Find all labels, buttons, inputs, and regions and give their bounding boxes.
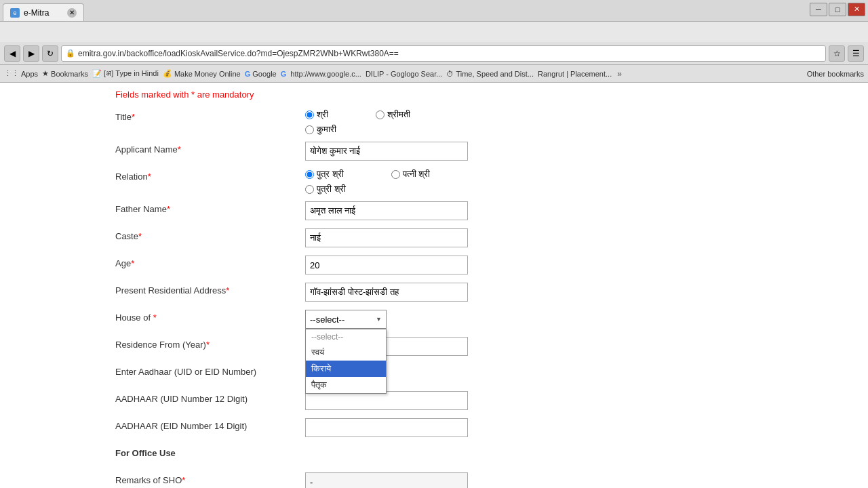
bookmark-google[interactable]: G Google [245, 70, 277, 78]
tab-favicon: e [10, 8, 20, 18]
applicant-name-controls [305, 142, 753, 161]
mandatory-note: Fields marked with * are mandatory [115, 89, 753, 100]
page-content: Fields marked with * are mandatory Title… [0, 83, 868, 488]
title-kumari-radio[interactable] [305, 125, 314, 134]
remarks-sho-input[interactable] [305, 472, 468, 488]
address-controls [305, 283, 753, 302]
aadhaar-eid-row: AADHAAR (EID Number 14 Digit) [115, 418, 753, 439]
title-bar: e e-Mitra ✕ ─ □ ✕ [0, 0, 868, 20]
bookmark-hindi[interactable]: 📝 [अ] Type in Hindi [92, 69, 159, 78]
house-of-dropdown-arrow: ▼ [376, 316, 382, 323]
father-name-controls [305, 201, 753, 220]
relation-putri-option[interactable]: पुत्री श्री [305, 184, 753, 195]
title-shri-radio[interactable] [305, 110, 314, 119]
address-label: Present Residential Address* [115, 283, 305, 296]
residence-from-label: Residence From (Year)* [115, 337, 305, 350]
title-shrimati-radio[interactable] [376, 110, 384, 119]
dropdown-item-kiraye[interactable]: किराये [306, 361, 386, 377]
aadhaar-eid-input[interactable] [305, 418, 468, 437]
aadhaar-uid-label: AADHAAR (UID Number 12 Digit) [115, 391, 305, 404]
for-office-use-label: For Office Use [115, 445, 305, 458]
other-bookmarks[interactable]: Other bookmarks [807, 70, 864, 78]
applicant-name-row: Applicant Name* [115, 142, 753, 162]
aadhaar-uid-input[interactable] [305, 391, 468, 410]
relation-patni-option[interactable]: पत्नी श्री [391, 169, 431, 180]
maximize-button[interactable]: □ [829, 3, 846, 16]
reload-button[interactable]: ↻ [42, 45, 58, 62]
bookmarks-icon: ★ [42, 69, 49, 78]
bookmark-google2[interactable]: G [281, 70, 287, 78]
aadhaar-eid-label: AADHAAR (EID Number 14 Digit) [115, 418, 305, 431]
age-controls [305, 256, 753, 274]
age-input[interactable] [305, 256, 468, 274]
remarks-sho-controls [305, 472, 753, 488]
relation-putra-radio[interactable] [305, 170, 314, 179]
applicant-name-label: Applicant Name* [115, 142, 305, 155]
bookmark-time[interactable]: ⏱ Time, Speed and Dist... [446, 70, 534, 78]
aadhaar-uid-controls [305, 391, 753, 410]
house-of-label: House of * [115, 310, 305, 323]
applicant-name-input[interactable] [305, 142, 468, 161]
bookmark-star[interactable]: ☆ [829, 45, 845, 62]
title-shri-option[interactable]: श्री [305, 109, 328, 120]
google-icon: G [245, 70, 251, 78]
house-of-dropdown-menu: --select-- स्वयं किराये पैतृक [305, 329, 387, 394]
bookmark-apps[interactable]: ⋮⋮ Apps [4, 69, 38, 78]
address-row: Present Residential Address* [115, 283, 753, 303]
caste-input[interactable] [305, 228, 468, 247]
father-name-input[interactable] [305, 201, 468, 220]
house-of-dropdown-trigger[interactable]: --select-- ▼ [305, 310, 387, 329]
dropdown-item-swayam[interactable]: स्वयं [306, 344, 386, 361]
father-name-row: Father Name* [115, 201, 753, 222]
residence-from-row: Residence From (Year)* [115, 337, 753, 357]
relation-putri-radio[interactable] [305, 185, 314, 194]
address-input[interactable] [305, 283, 468, 302]
relation-putra-option[interactable]: पुत्र श्री [305, 169, 344, 180]
tab-close-button[interactable]: ✕ [67, 8, 77, 18]
bookmark-dilip[interactable]: DILIP - Goglogo Sear... [366, 70, 443, 78]
url-text: emitra.gov.in/backoffice/loadKioskAvailS… [78, 49, 399, 58]
bookmark-google-url[interactable]: http://www.google.c... [290, 70, 361, 78]
aadhaar-uid-row: AADHAAR (UID Number 12 Digit) [115, 391, 753, 411]
dropdown-item-paitrik[interactable]: पैतृक [306, 377, 386, 393]
caste-controls [305, 228, 753, 247]
caste-row: Caste* [115, 228, 753, 249]
title-shrimati-option[interactable]: श्रीमती [376, 109, 410, 120]
aadhaar-enter-label: Enter Aadhaar (UID or EID Number) [115, 364, 305, 377]
apps-icon: ⋮⋮ [4, 69, 19, 78]
hindi-icon: 📝 [92, 69, 102, 78]
title-kumari-option[interactable]: कुमारी [305, 124, 753, 135]
aadhaar-enter-row: Enter Aadhaar (UID or EID Number) [115, 364, 753, 384]
google2-icon: G [281, 70, 287, 78]
browser-tab[interactable]: e e-Mitra ✕ [3, 3, 84, 21]
relation-label: Relation* [115, 169, 305, 182]
relation-patni-radio[interactable] [391, 170, 400, 179]
house-of-selected-value: --select-- [310, 314, 344, 325]
title-controls: श्री श्रीमती कुमारी [305, 109, 753, 135]
caste-label: Caste* [115, 228, 305, 241]
relation-controls: पुत्र श्री पत्नी श्री पुत्री श्री [305, 169, 753, 195]
back-button[interactable]: ◀ [4, 45, 20, 62]
title-label: Title* [115, 109, 305, 122]
close-button[interactable]: ✕ [848, 3, 865, 16]
bookmark-rangrut[interactable]: Rangrut | Placement... [538, 70, 612, 78]
age-row: Age* [115, 256, 753, 276]
settings-button[interactable]: ☰ [848, 45, 864, 62]
forward-button[interactable]: ▶ [23, 45, 39, 62]
relation-row: Relation* पुत्र श्री पत्नी श्री [115, 169, 753, 195]
bookmarks-more[interactable]: » [617, 69, 622, 79]
tab-title: e-Mitra [24, 8, 49, 18]
remarks-sho-label: Remarks of SHO* [115, 472, 305, 485]
bookmark-bookmarks[interactable]: ★ Bookmarks [42, 69, 88, 78]
nav-bar: ◀ ▶ ↻ 🔒 emitra.gov.in/backoffice/loadKio… [0, 42, 868, 65]
minimize-button[interactable]: ─ [810, 3, 827, 16]
address-bar[interactable]: 🔒 emitra.gov.in/backoffice/loadKioskAvai… [61, 45, 826, 62]
father-name-label: Father Name* [115, 201, 305, 214]
bookmarks-bar: ⋮⋮ Apps ★ Bookmarks 📝 [अ] Type in Hindi … [0, 65, 868, 83]
remarks-sho-row: Remarks of SHO* [115, 472, 753, 488]
bookmark-money[interactable]: 💰 Make Money Online [163, 69, 241, 78]
house-of-dropdown-container[interactable]: --select-- ▼ --select-- स्वयं किराये पैत… [305, 310, 387, 329]
dropdown-item-select[interactable]: --select-- [306, 329, 386, 344]
for-office-use-row: For Office Use [115, 445, 753, 466]
house-of-controls: --select-- ▼ --select-- स्वयं किराये पैत… [305, 310, 753, 329]
